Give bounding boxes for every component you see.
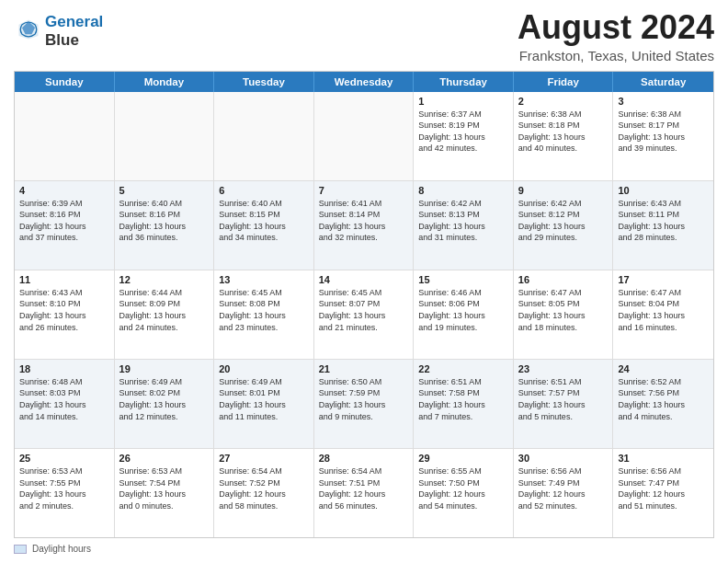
calendar-cell: 1Sunrise: 6:37 AM Sunset: 8:19 PM Daylig… [414,92,514,180]
legend-box [14,545,27,554]
calendar-row: 18Sunrise: 6:48 AM Sunset: 8:03 PM Dayli… [15,360,713,449]
day-of-week-saturday: Saturday [613,72,713,92]
calendar-cell: 29Sunrise: 6:55 AM Sunset: 7:50 PM Dayli… [414,449,514,537]
calendar-cell: 13Sunrise: 6:45 AM Sunset: 8:08 PM Dayli… [214,270,314,359]
cell-info: Sunrise: 6:45 AM Sunset: 8:08 PM Dayligh… [219,287,309,333]
calendar-header: SundayMondayTuesdayWednesdayThursdayFrid… [15,72,713,92]
calendar-cell: 7Sunrise: 6:41 AM Sunset: 8:14 PM Daylig… [314,181,415,270]
calendar-cell: 4Sunrise: 6:39 AM Sunset: 8:16 PM Daylig… [15,181,115,270]
calendar-cell: 22Sunrise: 6:51 AM Sunset: 7:58 PM Dayli… [414,360,514,448]
calendar-cell: 10Sunrise: 6:43 AM Sunset: 8:11 PM Dayli… [613,181,713,270]
calendar-cell: 2Sunrise: 6:38 AM Sunset: 8:18 PM Daylig… [514,92,614,180]
day-number: 7 [319,185,409,196]
calendar-cell [15,92,115,180]
cell-info: Sunrise: 6:47 AM Sunset: 8:04 PM Dayligh… [618,287,709,333]
cell-info: Sunrise: 6:46 AM Sunset: 8:06 PM Dayligh… [418,287,508,333]
day-number: 16 [518,274,609,285]
day-number: 21 [319,363,409,374]
day-of-week-sunday: Sunday [15,72,115,92]
calendar-row: 4Sunrise: 6:39 AM Sunset: 8:16 PM Daylig… [15,181,713,270]
calendar-cell: 28Sunrise: 6:54 AM Sunset: 7:51 PM Dayli… [314,449,415,537]
calendar-row: 1Sunrise: 6:37 AM Sunset: 8:19 PM Daylig… [15,92,713,181]
calendar-cell: 19Sunrise: 6:49 AM Sunset: 8:02 PM Dayli… [115,360,215,448]
day-number: 19 [119,363,210,374]
day-number: 29 [418,453,508,464]
day-number: 27 [219,453,309,464]
footer: Daylight hours [14,544,714,554]
day-of-week-wednesday: Wednesday [314,72,415,92]
cell-info: Sunrise: 6:45 AM Sunset: 8:07 PM Dayligh… [319,287,409,333]
cell-info: Sunrise: 6:37 AM Sunset: 8:19 PM Dayligh… [418,109,508,155]
cell-info: Sunrise: 6:51 AM Sunset: 7:58 PM Dayligh… [418,376,508,422]
day-number: 12 [119,274,210,285]
day-number: 17 [618,274,709,285]
header: General Blue August 2024 Frankston, Texa… [14,9,714,63]
day-number: 11 [19,274,109,285]
cell-info: Sunrise: 6:48 AM Sunset: 8:03 PM Dayligh… [19,376,109,422]
logo: General Blue [14,13,103,49]
legend-label: Daylight hours [32,544,91,554]
calendar-cell: 5Sunrise: 6:40 AM Sunset: 8:16 PM Daylig… [115,181,215,270]
calendar-cell: 3Sunrise: 6:38 AM Sunset: 8:17 PM Daylig… [613,92,713,180]
cell-info: Sunrise: 6:55 AM Sunset: 7:50 PM Dayligh… [418,465,508,511]
day-number: 10 [618,185,709,196]
main-title: August 2024 [518,9,714,46]
calendar-cell: 8Sunrise: 6:42 AM Sunset: 8:13 PM Daylig… [414,181,514,270]
calendar-cell: 11Sunrise: 6:43 AM Sunset: 8:10 PM Dayli… [15,270,115,359]
day-number: 9 [518,185,609,196]
day-number: 4 [19,185,109,196]
day-number: 15 [418,274,508,285]
title-block: August 2024 Frankston, Texas, United Sta… [518,9,714,63]
day-of-week-monday: Monday [115,72,215,92]
calendar-cell: 9Sunrise: 6:42 AM Sunset: 8:12 PM Daylig… [514,181,614,270]
day-number: 18 [19,363,109,374]
page: General Blue August 2024 Frankston, Texa… [0,0,728,563]
cell-info: Sunrise: 6:54 AM Sunset: 7:51 PM Dayligh… [319,465,409,511]
cell-info: Sunrise: 6:43 AM Sunset: 8:11 PM Dayligh… [618,198,709,244]
calendar-cell: 24Sunrise: 6:52 AM Sunset: 7:56 PM Dayli… [613,360,713,448]
day-of-week-thursday: Thursday [414,72,514,92]
day-number: 5 [119,185,210,196]
day-number: 30 [518,453,609,464]
calendar-cell [214,92,314,180]
calendar-cell: 6Sunrise: 6:40 AM Sunset: 8:15 PM Daylig… [214,181,314,270]
calendar-cell: 23Sunrise: 6:51 AM Sunset: 7:57 PM Dayli… [514,360,614,448]
day-number: 13 [219,274,309,285]
cell-info: Sunrise: 6:40 AM Sunset: 8:16 PM Dayligh… [119,198,210,244]
day-number: 31 [618,453,709,464]
day-number: 26 [119,453,210,464]
calendar: SundayMondayTuesdayWednesdayThursdayFrid… [14,71,714,538]
cell-info: Sunrise: 6:53 AM Sunset: 7:54 PM Dayligh… [119,465,210,511]
cell-info: Sunrise: 6:56 AM Sunset: 7:47 PM Dayligh… [618,465,709,511]
cell-info: Sunrise: 6:42 AM Sunset: 8:12 PM Dayligh… [518,198,609,244]
cell-info: Sunrise: 6:38 AM Sunset: 8:18 PM Dayligh… [518,109,609,155]
calendar-cell: 17Sunrise: 6:47 AM Sunset: 8:04 PM Dayli… [613,270,713,359]
calendar-cell: 20Sunrise: 6:49 AM Sunset: 8:01 PM Dayli… [214,360,314,448]
calendar-cell: 25Sunrise: 6:53 AM Sunset: 7:55 PM Dayli… [15,449,115,537]
day-number: 25 [19,453,109,464]
cell-info: Sunrise: 6:44 AM Sunset: 8:09 PM Dayligh… [119,287,210,333]
day-number: 23 [518,363,609,374]
calendar-cell: 12Sunrise: 6:44 AM Sunset: 8:09 PM Dayli… [115,270,215,359]
calendar-row: 25Sunrise: 6:53 AM Sunset: 7:55 PM Dayli… [15,449,713,537]
day-number: 3 [618,96,709,107]
calendar-cell: 18Sunrise: 6:48 AM Sunset: 8:03 PM Dayli… [15,360,115,448]
calendar-body: 1Sunrise: 6:37 AM Sunset: 8:19 PM Daylig… [15,92,713,537]
day-number: 22 [418,363,508,374]
cell-info: Sunrise: 6:49 AM Sunset: 8:01 PM Dayligh… [219,376,309,422]
cell-info: Sunrise: 6:38 AM Sunset: 8:17 PM Dayligh… [618,109,709,155]
calendar-cell: 27Sunrise: 6:54 AM Sunset: 7:52 PM Dayli… [214,449,314,537]
calendar-cell: 15Sunrise: 6:46 AM Sunset: 8:06 PM Dayli… [414,270,514,359]
day-number: 24 [618,363,709,374]
subtitle: Frankston, Texas, United States [518,48,714,63]
cell-info: Sunrise: 6:43 AM Sunset: 8:10 PM Dayligh… [19,287,109,333]
cell-info: Sunrise: 6:52 AM Sunset: 7:56 PM Dayligh… [618,376,709,422]
calendar-cell: 16Sunrise: 6:47 AM Sunset: 8:05 PM Dayli… [514,270,614,359]
cell-info: Sunrise: 6:47 AM Sunset: 8:05 PM Dayligh… [518,287,609,333]
day-number: 1 [418,96,508,107]
calendar-row: 11Sunrise: 6:43 AM Sunset: 8:10 PM Dayli… [15,270,713,360]
day-number: 14 [319,274,409,285]
calendar-cell: 30Sunrise: 6:56 AM Sunset: 7:49 PM Dayli… [514,449,614,537]
cell-info: Sunrise: 6:51 AM Sunset: 7:57 PM Dayligh… [518,376,609,422]
logo-icon [16,17,41,42]
